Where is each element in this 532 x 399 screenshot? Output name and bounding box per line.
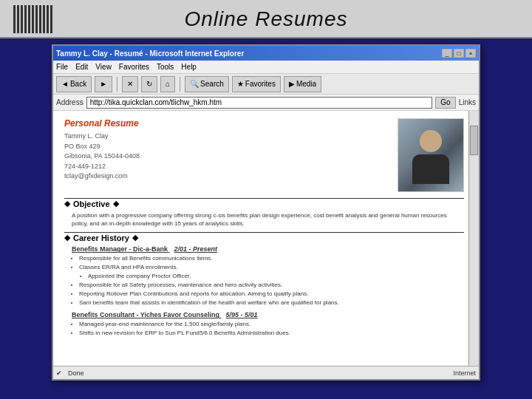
resume-address2: Gibsonia, PA 15044-0408: [64, 151, 390, 162]
status-done-icon: ✔: [56, 369, 62, 377]
links-label: Links: [459, 98, 476, 106]
objective-bullet: ◆: [64, 199, 70, 208]
objective-section-title: Objective: [73, 200, 110, 208]
menu-favorites[interactable]: Favorites: [119, 63, 149, 71]
objective-section-divider: ◆ Objective ◆: [64, 198, 464, 208]
refresh-button[interactable]: ↻: [141, 76, 157, 92]
back-button[interactable]: ◄ Back: [56, 76, 92, 92]
personal-resume-title: Personal Resume: [64, 118, 390, 129]
go-button[interactable]: Go: [435, 97, 455, 109]
list-item: Responsible for all Benefits communicati…: [79, 254, 464, 263]
job-1-title: Benefits Manager - Dic-a-Bank 2/01 - Pre…: [72, 245, 464, 253]
address-bar: Address Go Links: [53, 95, 479, 111]
stop-icon: ✕: [127, 80, 133, 88]
resume-name: Tammy L. Clay: [64, 132, 390, 142]
menu-file[interactable]: File: [56, 63, 68, 71]
home-icon: ⌂: [166, 80, 170, 88]
content-area: Personal Resume Tammy L. Clay PO Box 429…: [53, 111, 479, 345]
career-section-divider: ◆ Career History ◆: [64, 232, 464, 242]
browser-title-text: Tammy L. Clay - Resumé - Microsoft Inter…: [56, 50, 244, 58]
refresh-icon: ↻: [146, 80, 152, 88]
job-2-bullets: Managed year-end maintenance for the 1,5…: [79, 320, 464, 338]
photo-placeholder: [398, 119, 463, 191]
slide-title-bar: Online Resumes: [0, 0, 532, 38]
search-icon: 🔍: [190, 80, 199, 88]
media-icon: ▶: [289, 80, 295, 88]
browser-title-bar: Tammy L. Clay - Resumé - Microsoft Inter…: [53, 46, 479, 61]
career-bullet: ◆: [64, 233, 70, 242]
menu-help[interactable]: Help: [181, 63, 197, 71]
list-item: Managed year-end maintenance for the 1,5…: [79, 320, 464, 329]
resume-email: tclay@gfxdesign.com: [64, 171, 390, 182]
maximize-button[interactable]: □: [454, 49, 464, 58]
resume-address1: PO Box 429: [64, 142, 390, 152]
close-button[interactable]: ×: [466, 49, 476, 58]
media-button[interactable]: ▶ Media: [284, 76, 321, 92]
list-item: Appointed the company Proctor Officer.: [88, 272, 464, 281]
list-item: Sam benefits team that assists in identi…: [79, 299, 464, 307]
stop-button[interactable]: ✕: [122, 76, 138, 92]
address-input[interactable]: [86, 97, 433, 109]
list-item: Reporting Rollover Plan Contributions an…: [79, 290, 464, 299]
job-1-bullets: Responsible for all Benefits communicati…: [79, 254, 464, 307]
browser-window: Tammy L. Clay - Resumé - Microsoft Inter…: [52, 44, 480, 381]
resume-phone: 724-449-1212: [64, 162, 390, 172]
forward-button[interactable]: ►: [95, 76, 112, 92]
search-button[interactable]: 🔍 Search: [185, 76, 229, 92]
favorites-button[interactable]: ★ Favorites: [232, 76, 281, 92]
decorative-lines: [13, 0, 52, 38]
content-wrapper: Personal Resume Tammy L. Clay PO Box 429…: [53, 111, 479, 366]
toolbar-separator-1: [117, 77, 117, 92]
scroll-thumb[interactable]: [470, 126, 478, 155]
career-bullet-right: ◆: [132, 233, 138, 242]
menu-edit[interactable]: Edit: [75, 63, 88, 71]
list-item: Responsible for all Safety processes, ma…: [79, 281, 464, 290]
resume-header: Personal Resume Tammy L. Clay PO Box 429…: [64, 118, 464, 192]
status-zone: Internet: [453, 369, 476, 377]
forward-icon: ►: [100, 80, 107, 88]
menu-bar: File Edit View Favorites Tools Help: [53, 61, 479, 74]
menu-tools[interactable]: Tools: [157, 63, 174, 71]
toolbar: ◄ Back ► ✕ ↻ ⌂ 🔍 Search ★ Favorites ▶ Me…: [53, 74, 479, 95]
scrollbar[interactable]: [468, 111, 479, 366]
list-item: Shifts in new revision for ERP to Sun PL…: [79, 329, 464, 338]
slide-title: Online Resumes: [0, 7, 532, 31]
job-2-title: Benefits Consultant - Yiches Favor Couns…: [72, 311, 464, 318]
minimize-button[interactable]: _: [442, 49, 452, 58]
star-icon: ★: [237, 80, 244, 88]
menu-view[interactable]: View: [95, 63, 112, 71]
objective-text: A position with a progressive company of…: [72, 211, 464, 228]
toolbar-separator-2: [180, 77, 180, 92]
personal-info: Personal Resume Tammy L. Clay PO Box 429…: [64, 118, 390, 192]
address-label: Address: [56, 98, 83, 106]
status-bar: ✔ Done Internet: [53, 366, 479, 379]
window-controls: _ □ ×: [442, 49, 476, 58]
back-icon: ◄: [61, 80, 69, 88]
status-text: Done: [68, 369, 84, 377]
resume-photo: [398, 118, 464, 192]
objective-bullet-right: ◆: [113, 199, 119, 208]
list-item: Classes ER/RA and HPA enrollments. Appoi…: [79, 263, 464, 281]
career-section-title: Career History: [73, 233, 129, 242]
home-button[interactable]: ⌂: [160, 76, 175, 92]
